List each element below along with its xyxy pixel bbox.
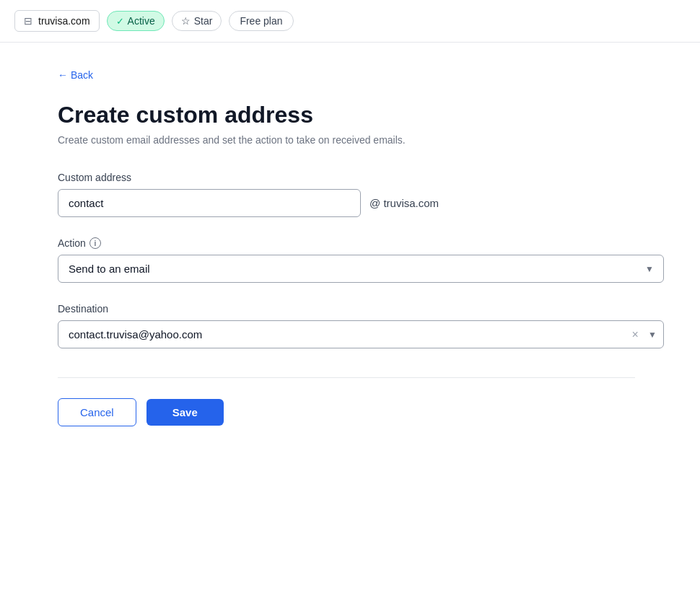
- clear-destination-button[interactable]: ×: [628, 328, 642, 342]
- destination-label: Destination: [58, 303, 635, 315]
- address-input[interactable]: [58, 189, 361, 217]
- destination-form-group: Destination × ▼: [58, 303, 635, 348]
- destination-chevron-icon[interactable]: ▼: [648, 330, 657, 340]
- page-subtitle: Create custom email addresses and set th…: [58, 134, 635, 146]
- browser-icon: ⊟: [24, 15, 32, 27]
- destination-actions: × ▼: [628, 328, 657, 342]
- action-select-wrapper: Send to an email Forward to URL Drop ema…: [58, 255, 664, 283]
- free-plan-button[interactable]: Free plan: [229, 11, 293, 31]
- free-plan-label: Free plan: [240, 15, 282, 27]
- site-name: truvisa.com: [38, 15, 90, 27]
- back-label: ← Back: [58, 69, 93, 81]
- top-bar: ⊟ truvisa.com ✓ Active ☆ Star Free plan: [0, 0, 700, 43]
- action-info-icon[interactable]: i: [89, 237, 101, 249]
- divider: [58, 377, 635, 378]
- footer-buttons: Cancel Save: [58, 398, 635, 426]
- main-content: ← Back Create custom address Create cust…: [0, 43, 693, 455]
- star-icon: ☆: [181, 15, 191, 27]
- address-row: @ truvisa.com: [58, 189, 635, 217]
- destination-wrapper: × ▼: [58, 320, 664, 348]
- address-form-group: Custom address @ truvisa.com: [58, 172, 635, 217]
- cancel-button[interactable]: Cancel: [58, 398, 136, 426]
- active-badge: ✓ Active: [107, 11, 165, 31]
- site-tab[interactable]: ⊟ truvisa.com: [14, 10, 100, 32]
- action-select[interactable]: Send to an email Forward to URL Drop ema…: [58, 255, 664, 283]
- at-domain: @ truvisa.com: [369, 197, 439, 209]
- action-label: Action i: [58, 237, 635, 249]
- save-button[interactable]: Save: [146, 399, 224, 426]
- active-label: Active: [128, 15, 155, 27]
- check-icon: ✓: [116, 16, 124, 27]
- destination-input[interactable]: [58, 320, 664, 348]
- address-label: Custom address: [58, 172, 635, 183]
- star-button[interactable]: ☆ Star: [172, 11, 222, 31]
- back-link[interactable]: ← Back: [58, 69, 93, 81]
- page-title: Create custom address: [58, 101, 635, 128]
- action-form-group: Action i Send to an email Forward to URL…: [58, 237, 635, 283]
- star-label: Star: [194, 15, 213, 27]
